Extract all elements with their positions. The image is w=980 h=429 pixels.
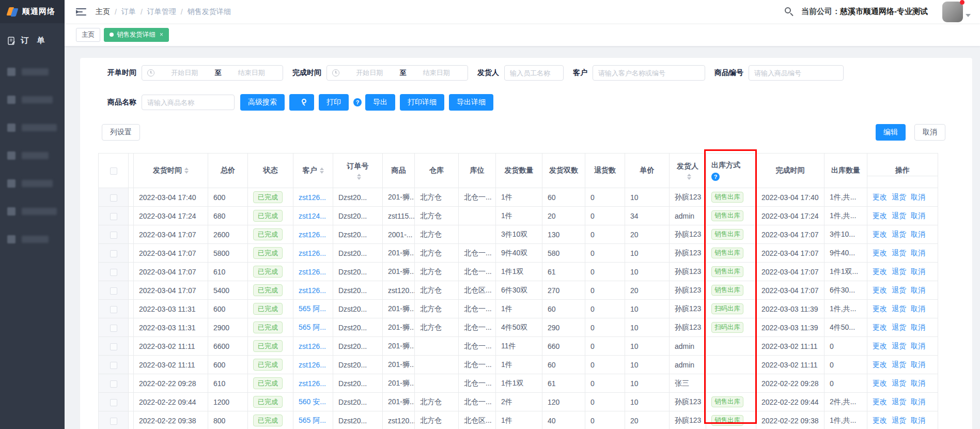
row-checkbox[interactable] [110, 213, 117, 220]
column-header-outbound[interactable]: 出库方式? [706, 154, 756, 188]
column-header-order[interactable]: 订单号 [333, 154, 383, 188]
action-cancel-link[interactable]: 取消 [911, 397, 925, 406]
action-cancel-link[interactable]: 取消 [911, 360, 925, 369]
sort-caret-icon[interactable] [687, 174, 691, 180]
customer-link[interactable]: zst126... [299, 249, 326, 257]
action-return-link[interactable]: 退货 [892, 211, 906, 220]
action-cancel-link[interactable]: 取消 [911, 267, 925, 275]
row-checkbox[interactable] [110, 343, 117, 350]
search-button[interactable] [289, 94, 314, 111]
row-checkbox[interactable] [110, 269, 117, 276]
action-cancel-link[interactable]: 取消 [911, 342, 925, 350]
action-edit-link[interactable]: 更改 [873, 230, 887, 238]
sort-caret-icon[interactable] [320, 167, 324, 174]
customer-link[interactable]: zst126... [299, 342, 326, 350]
column-header-shipper[interactable]: 发货人 [670, 154, 706, 188]
breadcrumb-home[interactable]: 主页 [96, 7, 110, 17]
action-cancel-link[interactable]: 取消 [911, 230, 925, 238]
sort-caret-icon[interactable] [184, 167, 189, 174]
action-edit-link[interactable]: 更改 [873, 360, 887, 369]
customer-link[interactable]: zst124... [299, 212, 326, 220]
print-button[interactable]: 打印 [319, 94, 349, 111]
user-menu[interactable] [942, 2, 971, 22]
action-cancel-link[interactable]: 取消 [911, 416, 925, 424]
row-checkbox[interactable] [110, 325, 117, 332]
action-cancel-link[interactable]: 取消 [911, 286, 925, 294]
sort-caret-icon[interactable] [357, 174, 361, 180]
sidebar-menu-orders[interactable]: 订 单 [0, 23, 65, 51]
action-return-link[interactable]: 退货 [892, 304, 906, 313]
print-detail-button[interactable]: 打印详细 [400, 94, 444, 111]
action-cancel-link[interactable]: 取消 [911, 304, 925, 313]
customer-input[interactable] [598, 69, 699, 77]
avatar[interactable] [942, 2, 963, 22]
breadcrumb-order-management[interactable]: 订单管理 [147, 7, 176, 17]
customer-link[interactable]: 565 阿... [299, 323, 326, 331]
action-return-link[interactable]: 退货 [892, 342, 906, 350]
action-return-link[interactable]: 退货 [892, 249, 906, 257]
customer-link[interactable]: zst126... [299, 361, 326, 369]
action-return-link[interactable]: 退货 [892, 360, 906, 369]
action-edit-link[interactable]: 更改 [873, 323, 887, 331]
row-checkbox[interactable] [110, 362, 117, 369]
customer-link[interactable]: zst126... [299, 193, 326, 202]
customer-link[interactable]: 565 阿... [299, 416, 326, 424]
export-detail-button[interactable]: 导出详细 [449, 94, 493, 111]
sidebar-item-placeholder[interactable] [7, 170, 65, 197]
row-checkbox[interactable] [110, 250, 117, 257]
row-checkbox[interactable] [110, 380, 117, 388]
finish-time-range-input[interactable]: 开始日期 至 结束日期 [326, 65, 468, 81]
row-checkbox[interactable] [110, 399, 117, 406]
action-edit-link[interactable]: 更改 [873, 342, 887, 350]
row-checkbox[interactable] [110, 306, 117, 313]
open-time-range-input[interactable]: 开始日期 至 结束日期 [142, 65, 283, 81]
action-edit-link[interactable]: 更改 [873, 397, 887, 406]
action-return-link[interactable]: 退货 [892, 379, 906, 387]
product-code-input[interactable] [754, 69, 838, 77]
action-edit-link[interactable]: 更改 [873, 304, 887, 313]
outbound-help-icon[interactable]: ? [711, 173, 720, 181]
sidebar-item-placeholder[interactable] [7, 197, 65, 225]
action-return-link[interactable]: 退货 [892, 416, 906, 424]
action-cancel-link[interactable]: 取消 [911, 249, 925, 257]
sidebar-item-placeholder[interactable] [7, 58, 65, 86]
customer-link[interactable]: zst126... [299, 379, 326, 388]
row-checkbox[interactable] [110, 232, 117, 239]
shipper-input[interactable] [510, 69, 558, 77]
action-cancel-link[interactable]: 取消 [911, 379, 925, 387]
sidebar-item-placeholder[interactable] [7, 142, 65, 170]
row-checkbox[interactable] [110, 418, 117, 425]
action-edit-link[interactable]: 更改 [873, 249, 887, 257]
action-return-link[interactable]: 退货 [892, 267, 906, 275]
sidebar-item-placeholder[interactable] [7, 86, 65, 114]
sidebar-item-placeholder[interactable] [7, 225, 65, 253]
action-return-link[interactable]: 退货 [892, 323, 906, 331]
sidebar-item-placeholder[interactable] [7, 114, 65, 142]
action-edit-link[interactable]: 更改 [873, 267, 887, 275]
action-edit-link[interactable]: 更改 [873, 379, 887, 387]
select-all-checkbox[interactable] [110, 167, 117, 175]
tab-sales-shipment-detail[interactable]: 销售发货详细 × [104, 28, 169, 42]
breadcrumb-orders[interactable]: 订单 [121, 7, 136, 17]
row-checkbox[interactable] [110, 194, 117, 202]
action-edit-link[interactable]: 更改 [873, 193, 887, 201]
edit-button[interactable]: 编辑 [876, 124, 906, 141]
row-checkbox[interactable] [110, 287, 117, 295]
tab-close-icon[interactable]: × [160, 31, 163, 38]
action-return-link[interactable]: 退货 [892, 397, 906, 406]
column-settings-button[interactable]: 列设置 [102, 124, 140, 141]
customer-link[interactable]: 560 安... [299, 397, 326, 406]
action-return-link[interactable]: 退货 [892, 286, 906, 294]
action-edit-link[interactable]: 更改 [873, 211, 887, 220]
export-button[interactable]: 导出 [365, 94, 395, 111]
action-cancel-link[interactable]: 取消 [911, 323, 925, 331]
action-edit-link[interactable]: 更改 [873, 286, 887, 294]
cancel-button[interactable]: 取消 [914, 124, 945, 141]
action-cancel-link[interactable]: 取消 [911, 211, 925, 220]
column-header-customer[interactable]: 客户 [293, 154, 333, 188]
action-return-link[interactable]: 退货 [892, 230, 906, 238]
customer-link[interactable]: zst126... [299, 231, 326, 239]
print-help-icon[interactable]: ? [353, 98, 362, 106]
action-return-link[interactable]: 退货 [892, 193, 906, 201]
action-edit-link[interactable]: 更改 [873, 416, 887, 424]
